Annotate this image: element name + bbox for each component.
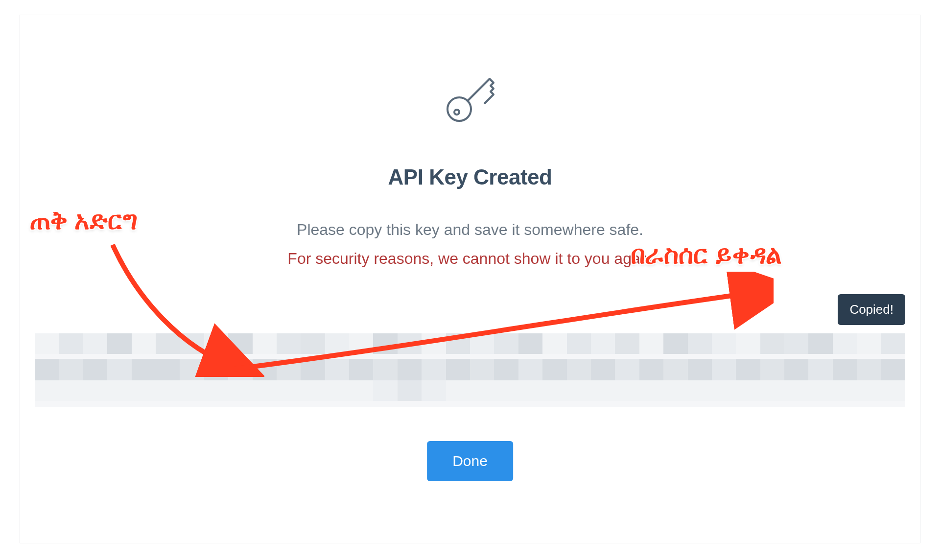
key-icon [441,69,499,128]
done-button[interactable]: Done [427,441,513,481]
api-key-field[interactable] [35,333,905,407]
copied-badge: Copied! [838,294,905,325]
svg-point-1 [454,110,459,115]
modal-warning: For security reasons, we cannot show it … [20,250,920,268]
key-icon-wrap [20,69,920,128]
modal-title: API Key Created [20,165,920,189]
modal-card: API Key Created Please copy this key and… [20,15,920,543]
modal-instruction: Please copy this key and save it somewhe… [20,221,920,239]
